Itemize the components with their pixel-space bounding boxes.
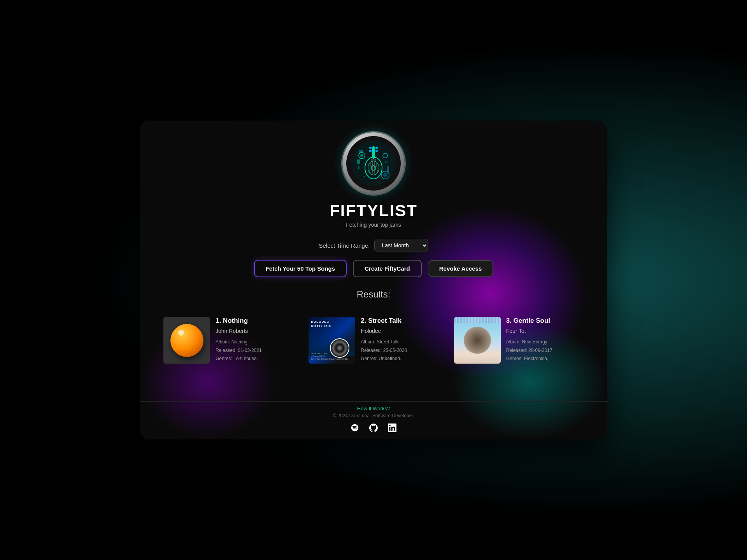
songs-grid: 1. Nothing John Roberts Album: Nothing R… xyxy=(156,309,591,371)
song-meta-3: Album: New Energy Released: 28-09-2017 G… xyxy=(506,338,584,363)
song-rank-title-2: 2. Street Talk xyxy=(361,317,438,325)
song-released-2: Released: 25-05-2020 xyxy=(361,346,438,355)
svg-point-7 xyxy=(369,150,372,152)
gentle-stripes xyxy=(454,317,501,323)
app-subtitle: Fetching your top jams xyxy=(346,222,401,228)
logo-inner: ♪ ♫ ♩ xyxy=(346,136,401,191)
song-artist-1: John Roberts xyxy=(216,328,293,334)
song-artist-3: Four Tet xyxy=(506,328,584,334)
album-art-holodec: HOLODECStreet Talk Street Talk (21:45) U… xyxy=(309,317,355,364)
create-fiftycard-button[interactable]: Create FiftyCard xyxy=(353,260,422,277)
song-released-1: Released: 01-03-2021 xyxy=(216,346,293,355)
logo-svg: ♪ ♫ ♩ xyxy=(350,140,397,187)
footer-icons xyxy=(140,422,607,433)
how-it-works-link[interactable]: How It Works? xyxy=(140,406,607,411)
controls-row: Select Time Range: Last Month Last 6 Mon… xyxy=(319,239,428,252)
song-info-1: 1. Nothing John Roberts Album: Nothing R… xyxy=(216,317,293,363)
song-card-2: HOLODECStreet Talk Street Talk (21:45) U… xyxy=(301,309,446,371)
svg-rect-23 xyxy=(359,150,363,153)
song-released-3: Released: 28-09-2017 xyxy=(506,346,584,355)
github-icon[interactable] xyxy=(368,422,379,433)
footer: How It Works? © 2024 Iván Luna. Software… xyxy=(140,401,607,439)
results-title: Results: xyxy=(156,289,591,300)
song-genres-3: Genres: Electronica, xyxy=(506,355,584,363)
svg-rect-21 xyxy=(357,159,360,164)
svg-point-5 xyxy=(369,147,372,149)
song-meta-2: Album: Street Talk Released: 25-05-2020 … xyxy=(361,338,438,363)
gentle-spiral xyxy=(464,327,491,354)
svg-rect-22 xyxy=(387,166,389,173)
svg-point-14 xyxy=(360,154,363,157)
time-range-label: Select Time Range: xyxy=(319,242,370,249)
song-art-1 xyxy=(163,317,210,364)
song-album-1: Album: Nothing xyxy=(216,338,293,346)
svg-point-6 xyxy=(375,147,378,149)
svg-text:♫: ♫ xyxy=(384,159,388,164)
buttons-row: Fetch Your 50 Top Songs Create FiftyCard… xyxy=(254,260,493,277)
song-info-2: 2. Street Talk Holodec Album: Street Tal… xyxy=(361,317,438,363)
song-art-3 xyxy=(454,317,501,364)
screen: ♪ ♫ ♩ FIFTYLIST Fetching your top jams S… xyxy=(140,121,607,439)
holodec-tracklist: Street Talk (21:45) U Bother (01:29) Str… xyxy=(311,352,348,360)
song-album-3: Album: New Energy xyxy=(506,338,584,346)
holodec-art-title: HOLODECStreet Talk xyxy=(311,320,331,327)
song-rank-title-3: 3. Gentle Soul xyxy=(506,317,584,325)
song-album-2: Album: Street Talk xyxy=(361,338,438,346)
song-genres-2: Genres: Undefined. xyxy=(361,355,438,363)
song-info-3: 3. Gentle Soul Four Tet Album: New Energ… xyxy=(506,317,584,363)
orange-sphere xyxy=(170,324,203,357)
app-logo: ♪ ♫ ♩ xyxy=(342,132,405,194)
time-range-select[interactable]: Last Month Last 6 Months All Time xyxy=(374,239,428,252)
svg-text:♪: ♪ xyxy=(357,164,360,170)
song-genres-1: Genres: Lo-fi house. xyxy=(216,355,293,363)
song-artist-2: Holodec xyxy=(361,328,438,334)
svg-point-17 xyxy=(383,173,387,177)
song-card-3: 3. Gentle Soul Four Tet Album: New Energ… xyxy=(446,309,591,371)
song-meta-1: Album: Nothing Released: 01-03-2021 Genr… xyxy=(216,338,293,363)
svg-text:♩: ♩ xyxy=(364,173,366,178)
app-title: FIFTYLIST xyxy=(330,201,417,220)
revoke-access-button[interactable]: Revoke Access xyxy=(428,260,493,277)
laptop-frame: ♪ ♫ ♩ FIFTYLIST Fetching your top jams S… xyxy=(140,121,607,439)
svg-rect-4 xyxy=(372,146,375,159)
svg-point-8 xyxy=(375,150,378,152)
album-art-nothing xyxy=(163,317,210,364)
album-art-gentle xyxy=(454,317,501,364)
song-art-2: HOLODECStreet Talk Street Talk (21:45) U… xyxy=(309,317,355,364)
spotify-icon[interactable] xyxy=(349,422,360,433)
main-content: ♪ ♫ ♩ FIFTYLIST Fetching your top jams S… xyxy=(140,121,607,371)
fetch-songs-button[interactable]: Fetch Your 50 Top Songs xyxy=(254,260,347,277)
song-card-1: 1. Nothing John Roberts Album: Nothing R… xyxy=(156,309,301,371)
song-rank-title-1: 1. Nothing xyxy=(216,317,293,325)
footer-copyright: © 2024 Iván Luna. Software Developer. xyxy=(140,413,607,418)
linkedin-icon[interactable] xyxy=(387,422,398,433)
